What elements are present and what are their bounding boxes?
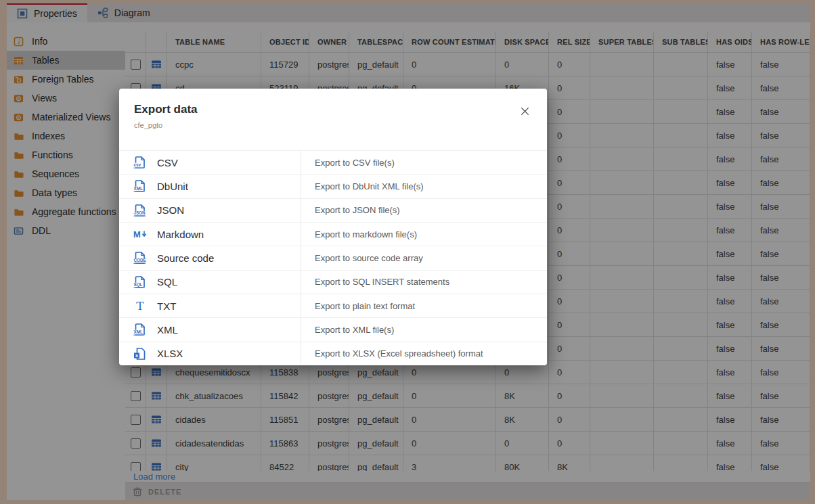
export-format-label: Source code bbox=[157, 252, 214, 264]
svg-text:XML: XML bbox=[134, 187, 143, 191]
export-format-description: Export to markdown file(s) bbox=[301, 229, 417, 239]
markdown-icon: M bbox=[133, 227, 147, 241]
svg-text:M: M bbox=[133, 229, 141, 239]
export-format-row[interactable]: T TXT Export to plain text format bbox=[119, 294, 547, 317]
svg-text:SQL: SQL bbox=[134, 282, 143, 288]
list-divider bbox=[301, 150, 301, 365]
export-format-row[interactable]: CODE Source code Export to source code a… bbox=[119, 246, 547, 269]
export-format-description: Export to JSON file(s) bbox=[301, 205, 400, 215]
export-format-label: JSON bbox=[157, 204, 184, 216]
dbunit-file-icon: XML bbox=[133, 179, 147, 193]
xlsx-file-icon: x bbox=[133, 347, 147, 361]
export-format-label: DbUnit bbox=[157, 181, 188, 192]
sql-file-icon: SQL bbox=[133, 275, 147, 289]
export-format-row[interactable]: JSON JSON Export to JSON file(s) bbox=[119, 198, 547, 222]
export-format-label: CSV bbox=[157, 157, 178, 168]
export-format-row[interactable]: XML DbUnit Export to DbUnit XML file(s) bbox=[119, 174, 547, 198]
export-format-label: SQL bbox=[157, 276, 177, 288]
export-format-label: TXT bbox=[157, 300, 176, 312]
export-format-row[interactable]: M Markdown Export to markdown file(s) bbox=[119, 222, 547, 246]
export-format-label: XML bbox=[157, 324, 178, 336]
export-format-row[interactable]: x XLSX Export to XLSX (Excel spreadsheet… bbox=[119, 342, 547, 365]
svg-text:T: T bbox=[136, 299, 144, 313]
export-format-description: Export to XLSX (Excel spreadsheet) forma… bbox=[301, 348, 483, 359]
txt-icon: T bbox=[133, 299, 147, 313]
svg-text:CODE: CODE bbox=[134, 258, 146, 263]
export-format-row[interactable]: SQL SQL Export to SQL INSERT statements bbox=[119, 270, 547, 294]
export-format-label: XLSX bbox=[157, 348, 183, 359]
csv-file-icon: csv bbox=[133, 156, 147, 169]
svg-text:x: x bbox=[135, 352, 139, 359]
export-data-dialog: Export data cfe_pgto csv CSV Export to C… bbox=[119, 89, 547, 365]
export-format-list: csv CSV Export to CSV file(s) XML DbUnit… bbox=[119, 150, 547, 365]
export-format-row[interactable]: XML XML Export to XML file(s) bbox=[119, 317, 547, 341]
export-format-description: Export to source code array bbox=[301, 253, 423, 263]
export-format-description: Export to XML file(s) bbox=[301, 325, 394, 335]
dialog-title: Export data bbox=[134, 103, 531, 116]
source-code-file-icon: CODE bbox=[133, 251, 147, 265]
svg-text:XML: XML bbox=[134, 330, 143, 335]
svg-text:csv: csv bbox=[134, 162, 141, 167]
dialog-header: Export data cfe_pgto bbox=[119, 89, 547, 129]
dialog-subtitle: cfe_pgto bbox=[134, 121, 531, 129]
svg-text:JSON: JSON bbox=[134, 210, 146, 215]
export-format-label: Markdown bbox=[157, 229, 204, 240]
export-format-description: Export to plain text format bbox=[301, 301, 415, 311]
export-format-row[interactable]: csv CSV Export to CSV file(s) bbox=[119, 150, 547, 174]
export-format-description: Export to CSV file(s) bbox=[301, 158, 395, 168]
json-file-icon: JSON bbox=[133, 204, 147, 217]
export-format-description: Export to SQL INSERT statements bbox=[301, 277, 449, 287]
xml-file-icon: XML bbox=[133, 323, 147, 336]
close-icon[interactable] bbox=[519, 105, 531, 117]
export-format-description: Export to DbUnit XML file(s) bbox=[301, 181, 424, 191]
